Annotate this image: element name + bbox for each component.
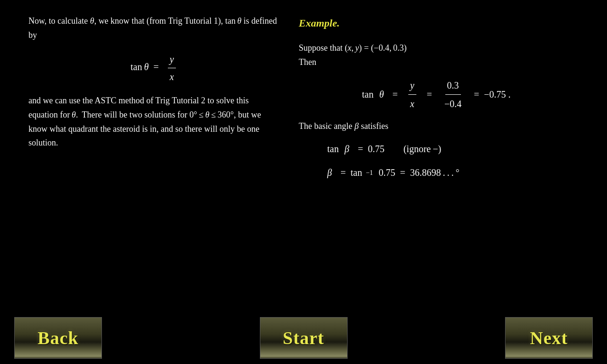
- tan-theta-equation: tan θ = y x = 0.3 −0.4 = −0.75 .: [299, 77, 574, 112]
- example-title: Example.: [299, 14, 574, 32]
- left-paragraph-1: Now, to calculate θ, we know that (from …: [28, 14, 280, 42]
- next-button[interactable]: Next: [505, 317, 593, 359]
- tan-beta-equation: tan β = 0.75 (ignore −): [299, 141, 574, 157]
- basic-angle-text: The basic angle β satisfies: [299, 119, 574, 134]
- back-button[interactable]: Back: [14, 317, 102, 359]
- beta-value-equation: β = tan−1 0.75 = 36.8698 . . . °: [299, 164, 574, 181]
- right-intro: Suppose that (x, y) = (−0.4, 0.3) Then: [299, 41, 574, 69]
- left-paragraph-2: and we can use the ASTC method of Trig T…: [28, 94, 280, 150]
- left-panel: Now, to calculate θ, we know that (from …: [14, 9, 289, 299]
- right-panel: Example. Suppose that (x, y) = (−0.4, 0.…: [289, 9, 583, 299]
- button-bar: Back Start Next: [0, 312, 607, 364]
- start-button[interactable]: Start: [260, 317, 348, 359]
- tan-formula: tan θ = y x: [28, 52, 280, 84]
